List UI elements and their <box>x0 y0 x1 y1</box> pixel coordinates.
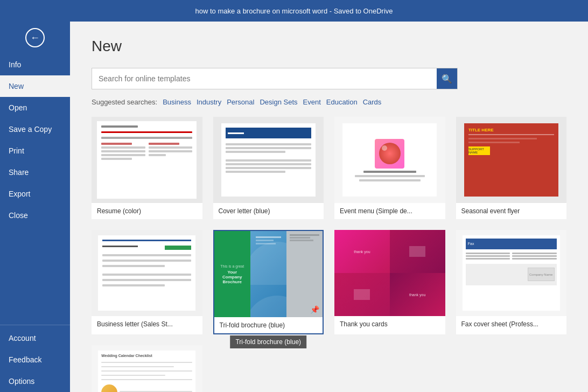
search-bar: 🔍 <box>92 68 458 89</box>
template-card-fax[interactable]: Fax <box>456 230 567 334</box>
tooltip-brochure: Tri-fold brochure (blue) <box>230 335 306 348</box>
search-input[interactable] <box>92 70 437 87</box>
sidebar-item-open[interactable]: Open <box>0 97 70 118</box>
sidebar-divider <box>0 325 70 325</box>
pin-icon: 📌 <box>310 305 319 314</box>
sidebar-item-print[interactable]: Print <box>0 140 70 162</box>
template-name-fax: Fax cover sheet (Profess... <box>456 316 567 332</box>
sidebar-item-label: Share <box>9 168 29 177</box>
sidebar-item-new[interactable]: New <box>0 75 70 97</box>
search-icon: 🔍 <box>442 74 452 84</box>
title-text: how to make a brochure on microsoft word… <box>195 7 393 15</box>
sidebar-item-save-a-copy[interactable]: Save a Copy <box>0 118 70 140</box>
template-thumb-resume <box>92 117 202 203</box>
sidebar-item-label: Info <box>9 60 21 69</box>
template-thumb-brochure: This is a great Your Company Brochure <box>214 231 323 317</box>
template-name-resume-color: Resume (color) <box>92 203 202 219</box>
suggested-link-personal[interactable]: Personal <box>227 98 254 106</box>
template-card-brochure[interactable]: This is a great Your Company Brochure <box>213 230 324 334</box>
template-thumb-calendar: Wedding Calendar Checklist <box>92 345 202 392</box>
template-thumb-seasonal: TITLE HERE SUPPORT NAME <box>456 117 567 203</box>
template-thumb-cover <box>213 117 324 203</box>
sidebar-item-close[interactable]: Close <box>0 205 70 226</box>
back-button[interactable]: ← <box>0 22 70 54</box>
template-card-biz-letter[interactable]: Business letter (Sales St... <box>92 230 202 334</box>
template-name-thankyou: Thank you cards <box>334 316 445 332</box>
sidebar-item-label: Account <box>9 334 36 342</box>
title-bar: how to make a brochure on microsoft word… <box>0 0 588 22</box>
suggested-link-business[interactable]: Business <box>163 98 191 106</box>
template-grid: Resume (color) <box>92 117 566 392</box>
sidebar-item-export[interactable]: Export <box>0 183 70 205</box>
suggested-link-event[interactable]: Event <box>303 98 321 106</box>
back-arrow-icon: ← <box>25 28 45 47</box>
template-thumb-biz-letter <box>92 230 202 316</box>
sidebar-item-info[interactable]: Info <box>0 54 70 75</box>
template-card-seasonal-flyer[interactable]: TITLE HERE SUPPORT NAME Seasonal event f… <box>456 117 567 219</box>
sidebar-item-label: Print <box>9 146 24 155</box>
template-card-event-menu[interactable]: Event menu (Simple de... <box>334 117 445 219</box>
suggested-link-cards[interactable]: Cards <box>363 98 382 106</box>
sidebar-item-label: Feedback <box>9 355 41 364</box>
template-thumb-fax: Fax <box>456 230 567 316</box>
search-button[interactable]: 🔍 <box>437 68 457 89</box>
sidebar-item-share[interactable]: Share <box>0 162 70 183</box>
template-card-resume-color[interactable]: Resume (color) <box>92 117 202 219</box>
suggested-link-design-sets[interactable]: Design Sets <box>260 98 297 106</box>
template-name-event-menu: Event menu (Simple de... <box>334 203 445 219</box>
sidebar-item-label: New <box>9 82 24 90</box>
suggested-searches: Suggested searches: Business Industry Pe… <box>92 98 566 106</box>
sidebar-item-label: Close <box>9 211 28 220</box>
template-name-biz-letter: Business letter (Sales St... <box>92 316 202 332</box>
suggested-link-industry[interactable]: Industry <box>197 98 221 106</box>
sidebar-item-label: Options <box>9 377 34 386</box>
sidebar-item-options[interactable]: Options <box>0 370 70 392</box>
template-thumb-thankyou: thank you thank you <box>334 230 445 316</box>
template-name-brochure: Tri-fold brochure (blue) <box>214 317 323 333</box>
suggested-link-education[interactable]: Education <box>326 98 358 106</box>
sidebar: ← Info New Open Save a Copy Print Share … <box>0 22 70 392</box>
sidebar-item-label: Open <box>9 103 27 112</box>
main-content: New 🔍 Suggested searches: Business Indus… <box>70 22 588 392</box>
template-thumb-event <box>334 117 445 203</box>
sidebar-item-feedback[interactable]: Feedback <box>0 349 70 370</box>
sidebar-item-account[interactable]: Account <box>0 327 70 349</box>
template-name-seasonal: Seasonal event flyer <box>456 203 567 219</box>
template-card-cover-letter[interactable]: Cover letter (blue) <box>213 117 324 219</box>
template-card-thankyou[interactable]: thank you thank you Thank you cards <box>334 230 445 334</box>
suggested-label: Suggested searches: <box>92 98 157 106</box>
sidebar-item-label: Export <box>9 190 30 198</box>
page-title: New <box>92 38 566 55</box>
sidebar-item-label: Save a Copy <box>9 125 52 134</box>
template-name-cover-letter: Cover letter (blue) <box>213 203 324 219</box>
template-card-calendar[interactable]: Wedding Calendar Checklist <box>92 345 202 392</box>
